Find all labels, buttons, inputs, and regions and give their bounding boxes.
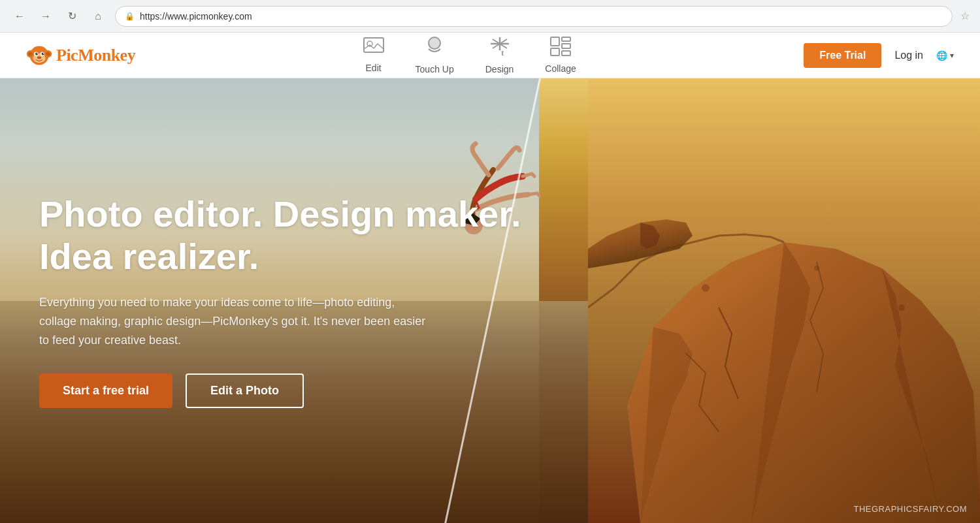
home-button[interactable]: ⌂ xyxy=(89,7,107,25)
svg-rect-26 xyxy=(551,48,559,55)
free-trial-button[interactable]: Free Trial xyxy=(804,43,881,68)
svg-rect-25 xyxy=(562,44,570,48)
hero-headline: Photo editor. Design maker. Idea realize… xyxy=(39,193,549,277)
forward-button[interactable]: → xyxy=(37,7,55,25)
hero-buttons: Start a free trial Edit a Photo xyxy=(39,373,549,408)
language-selector[interactable]: 🌐 ▾ xyxy=(936,50,954,61)
svg-point-4 xyxy=(46,52,50,55)
design-nav-icon: t xyxy=(489,36,510,61)
design-nav-label: Design xyxy=(485,64,514,74)
login-button[interactable]: Log in xyxy=(894,50,923,61)
collage-nav-label: Collage xyxy=(545,63,576,74)
svg-rect-15 xyxy=(364,38,384,52)
hero-subtext: Everything you need to make your ideas c… xyxy=(39,293,431,349)
svg-point-9 xyxy=(42,52,44,55)
chevron-down-icon: ▾ xyxy=(950,51,954,60)
svg-rect-23 xyxy=(551,37,559,46)
back-button[interactable]: ← xyxy=(10,7,29,25)
svg-point-29 xyxy=(702,284,710,292)
nav-item-design[interactable]: t Design xyxy=(485,36,514,74)
logo-link[interactable]: PicMonkey xyxy=(26,42,135,69)
touch-up-nav-label: Touch Up xyxy=(416,64,454,74)
svg-point-30 xyxy=(814,266,819,271)
lock-icon: 🔒 xyxy=(125,12,135,21)
watermark: THEGRAPHICSFAIRY.COM xyxy=(854,504,968,514)
hero-rocks-illustration xyxy=(588,79,980,523)
bookmark-star-icon[interactable]: ☆ xyxy=(960,10,970,22)
main-nav: Edit Touch Up t xyxy=(135,36,804,74)
start-free-trial-button[interactable]: Start a free trial xyxy=(39,373,172,408)
nav-item-collage[interactable]: Collage xyxy=(545,37,576,74)
address-bar[interactable]: 🔒 https://www.picmonkey.com xyxy=(115,6,953,27)
svg-point-17 xyxy=(429,37,440,49)
svg-point-2 xyxy=(28,52,32,55)
site-header: PicMonkey Edit Touch Up xyxy=(0,33,980,78)
svg-point-14 xyxy=(40,57,41,58)
svg-point-10 xyxy=(37,53,38,54)
svg-text:t: t xyxy=(501,48,504,57)
touch-up-nav-icon xyxy=(425,36,444,61)
hero-section: Photo editor. Design maker. Idea realize… xyxy=(0,78,980,523)
nav-item-edit[interactable]: Edit xyxy=(363,37,384,73)
edit-photo-button[interactable]: Edit a Photo xyxy=(186,373,304,408)
svg-rect-27 xyxy=(562,51,570,55)
svg-point-31 xyxy=(898,304,905,311)
edit-nav-label: Edit xyxy=(366,63,382,73)
globe-icon: 🌐 xyxy=(936,50,947,61)
svg-rect-24 xyxy=(562,37,570,41)
logo-text: PicMonkey xyxy=(56,46,135,65)
nav-right: Free Trial Log in 🌐 ▾ xyxy=(804,43,954,68)
nav-item-touch-up[interactable]: Touch Up xyxy=(416,36,454,74)
logo-monkey-icon xyxy=(26,42,52,69)
collage-nav-icon xyxy=(550,37,571,61)
svg-point-11 xyxy=(43,53,44,54)
url-text: https://www.picmonkey.com xyxy=(140,11,943,22)
refresh-button[interactable]: ↻ xyxy=(63,7,81,25)
edit-nav-icon xyxy=(363,37,384,60)
svg-point-13 xyxy=(38,57,39,58)
browser-chrome: ← → ↻ ⌂ 🔒 https://www.picmonkey.com ☆ xyxy=(0,0,980,33)
svg-point-8 xyxy=(35,52,38,55)
hero-content: Photo editor. Design maker. Idea realize… xyxy=(0,78,588,523)
